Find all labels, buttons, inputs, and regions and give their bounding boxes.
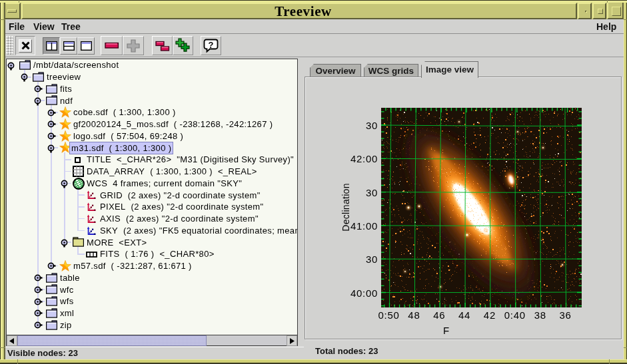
svg-text:?: ? — [209, 39, 214, 49]
